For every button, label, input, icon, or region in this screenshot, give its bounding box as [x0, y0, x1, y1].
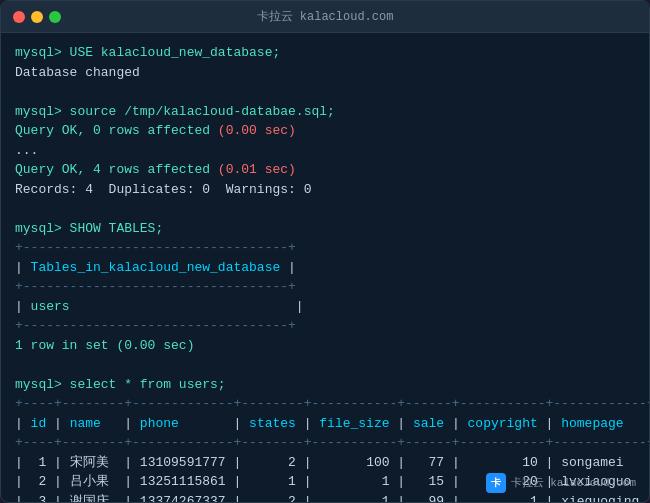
logo-area: 卡 卡拉云 kalacloud.com: [486, 473, 636, 493]
divider-3: +----------------------------------+: [15, 318, 296, 333]
titlebar: 卡拉云 kalacloud.com: [1, 1, 649, 33]
cmd-line-1: mysql> USE kalacloud_new_database;: [15, 45, 280, 60]
divider-1: +----------------------------------+: [15, 240, 296, 255]
minimize-button[interactable]: [31, 11, 43, 23]
logo-icon: 卡: [486, 473, 506, 493]
divider-2: +----------------------------------+: [15, 279, 296, 294]
divider-5: +----+--------+-------------+--------+--…: [15, 435, 649, 450]
terminal-body: mysql> USE kalacloud_new_database; Datab…: [1, 33, 649, 502]
col-headers: | id | name | phone | states | file_size…: [15, 416, 649, 431]
logo-text: 卡拉云 kalacloud.com: [511, 475, 636, 492]
table-header-row: | Tables_in_kalacloud_new_database |: [15, 260, 296, 275]
output-line-4: Query OK, 4 rows affected (0.01 sec): [15, 162, 296, 177]
data-row-3: | 3 | 谢国庆 | 13374267337 | 2 | 1 | 99 | 1…: [15, 494, 649, 503]
window-title: 卡拉云 kalacloud.com: [257, 8, 394, 25]
maximize-button[interactable]: [49, 11, 61, 23]
terminal-window: 卡拉云 kalacloud.com mysql> USE kalacloud_n…: [0, 0, 650, 503]
output-line-1: Database changed: [15, 65, 140, 80]
close-button[interactable]: [13, 11, 25, 23]
cmd-line-3: mysql> SHOW TABLES;: [15, 221, 163, 236]
data-row-1: | 1 | 宋阿美 | 13109591777 | 2 | 100 | 77 |…: [15, 455, 649, 470]
cmd-line-4: mysql> select * from users;: [15, 377, 226, 392]
divider-4: +----+--------+-------------+--------+--…: [15, 396, 649, 411]
cmd-line-2: mysql> source /tmp/kalacloud-databae.sql…: [15, 104, 335, 119]
timing-1: 1 row in set (0.00 sec): [15, 338, 194, 353]
terminal-content: mysql> USE kalacloud_new_database; Datab…: [15, 43, 635, 502]
output-line-2: Query OK, 0 rows affected (0.00 sec): [15, 123, 296, 138]
table-data-users: | users |: [15, 299, 304, 314]
output-line-3: ...: [15, 143, 38, 158]
traffic-lights: [13, 11, 61, 23]
output-line-5: Records: 4 Duplicates: 0 Warnings: 0: [15, 182, 311, 197]
